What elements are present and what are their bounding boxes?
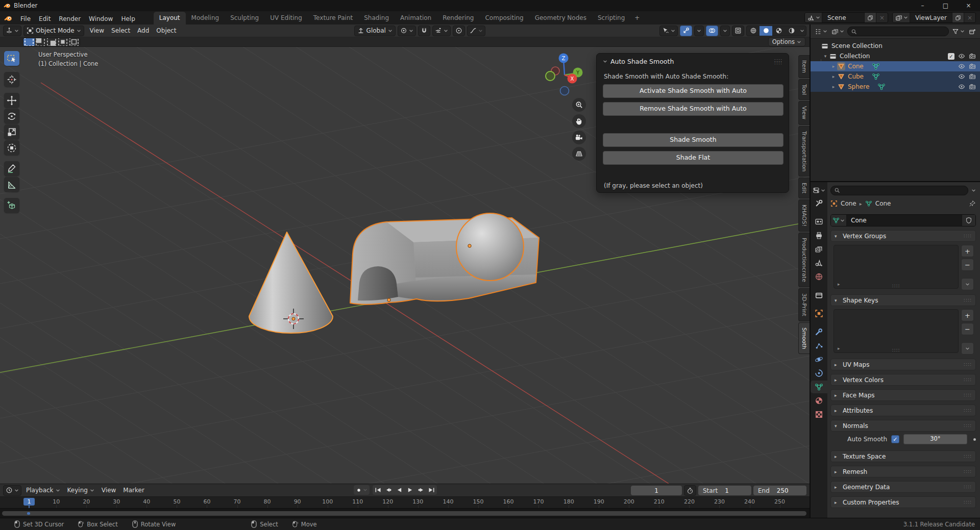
panel-header-geometry-data[interactable]: ▸Geometry Data:::: [830, 481, 976, 493]
sidebar-tab-edit[interactable]: Edit [798, 178, 810, 198]
drag-handle[interactable]: :::: [964, 409, 972, 412]
panel-header-face-maps[interactable]: ▸Face Maps:::: [830, 389, 976, 401]
tool-add-cube[interactable] [4, 198, 19, 213]
workspace-tab-sculpting[interactable]: Sculpting [225, 12, 264, 24]
expand-arrow-icon[interactable]: ▸ [830, 64, 837, 69]
workspace-tab-layout[interactable]: Layout [154, 12, 186, 24]
properties-tab-object[interactable] [811, 307, 827, 320]
panel-collapse-icon[interactable] [603, 59, 607, 64]
properties-tab-object-data[interactable] [811, 381, 827, 393]
drag-handle[interactable]: :::: [964, 235, 972, 237]
gizmos-toggle[interactable] [680, 26, 692, 36]
timeline-menu-keying[interactable]: Keying [64, 485, 98, 495]
navigation-gizmo[interactable]: Z Y X [540, 50, 589, 99]
expand-arrow-icon[interactable]: ▸ [830, 74, 837, 79]
panel-header-uv-maps[interactable]: ▸UV Maps:::: [830, 359, 976, 370]
properties-search-input[interactable] [830, 186, 968, 195]
sidebar-tab-khaos[interactable]: KHAOS! [798, 199, 810, 232]
scrollbar-thumb[interactable] [2, 511, 806, 516]
workspace-tab-uv-editing[interactable]: UV Editing [264, 12, 308, 24]
add-workspace-button[interactable]: + [630, 12, 644, 24]
properties-tab-tool[interactable] [811, 197, 827, 210]
viewport-menu-object[interactable]: Object [153, 26, 180, 36]
specials-dropdown[interactable] [961, 278, 974, 290]
remove-button[interactable]: − [961, 323, 974, 335]
close-button[interactable]: × [957, 0, 980, 11]
object-cone[interactable] [249, 232, 333, 333]
zoom-button[interactable] [572, 98, 586, 112]
remove-button[interactable]: − [961, 259, 974, 271]
select-mode-invert[interactable] [57, 38, 68, 46]
shading-material-button[interactable] [772, 26, 785, 36]
properties-tab-particles[interactable] [811, 339, 827, 352]
panel-header-shape-keys[interactable]: ▾Shape Keys:::: [830, 294, 976, 306]
timeline-menu-view[interactable]: View [98, 485, 119, 495]
scene-name[interactable]: Scene [822, 14, 864, 21]
play-reverse-button[interactable] [394, 485, 405, 495]
drag-handle[interactable]: :::: [964, 299, 972, 301]
timeline-ruler[interactable]: 1 10203040506070809010011012013014015016… [0, 496, 810, 509]
timeline-menu-marker[interactable]: Marker [119, 485, 148, 495]
tool-select-box[interactable] [4, 51, 19, 66]
gizmos-dropdown[interactable] [694, 26, 704, 36]
sidebar-tab-transportation[interactable]: Transportation [798, 126, 810, 176]
expand-arrow-icon[interactable]: ▸ [838, 346, 840, 351]
disable-render-camera-icon[interactable] [969, 83, 976, 90]
properties-tab-scene[interactable] [811, 257, 827, 269]
panel-header-vertex-colors[interactable]: ▸Vertex Colors:::: [830, 374, 976, 386]
minimize-button[interactable]: – [911, 0, 934, 11]
properties-tab-material[interactable] [811, 394, 827, 407]
mode-dropdown[interactable]: Object Mode [23, 26, 84, 36]
auto-smooth-checkbox[interactable]: ✓ [891, 435, 899, 443]
specials-dropdown[interactable] [961, 342, 974, 355]
breadcrumb-object[interactable]: Cone [841, 200, 856, 207]
outliner-filter-button[interactable] [951, 27, 966, 36]
expand-arrow-icon[interactable]: ▸ [830, 84, 837, 89]
datablock-name-field[interactable]: Cone [847, 215, 962, 226]
scene-unlink-button[interactable]: × [876, 13, 888, 22]
proportional-edit-toggle[interactable] [453, 26, 465, 36]
workspace-tab-compositing[interactable]: Compositing [479, 12, 529, 24]
hide-eye-icon[interactable] [958, 83, 965, 90]
gizmo-neg-z[interactable] [560, 87, 569, 95]
outliner-row-cone[interactable]: ▸Cone [811, 61, 980, 71]
vertex-groups-list[interactable]: ▸ :::: [834, 245, 959, 289]
drag-handle[interactable]: :::: [964, 455, 972, 458]
keyframe-dot[interactable] [973, 438, 976, 441]
breadcrumb-data[interactable]: Cone [875, 200, 891, 207]
tool-transform[interactable] [4, 140, 19, 155]
workspace-tab-modeling[interactable]: Modeling [186, 12, 225, 24]
button-remove-shade-smooth-with-auto[interactable]: Remove Shade Smooth with Auto [603, 102, 783, 116]
menu-edit[interactable]: Edit [35, 13, 55, 24]
jump-start-button[interactable] [373, 485, 383, 495]
sidebar-tab-3d-print[interactable]: 3D-Print [798, 288, 810, 321]
panel-header-normals[interactable]: ▾Normals:::: [830, 420, 976, 432]
workspace-tab-shading[interactable]: Shading [358, 12, 395, 24]
tool-annotate[interactable] [4, 161, 19, 176]
drag-handle[interactable]: :::: [964, 486, 972, 488]
overlays-toggle[interactable] [706, 26, 718, 36]
panel-header-custom-properties[interactable]: ▸Custom Properties:::: [830, 496, 976, 508]
tool-move[interactable] [4, 93, 19, 108]
select-mode-intersect[interactable] [68, 38, 80, 46]
disable-render-camera-icon[interactable] [969, 73, 976, 80]
drag-handle[interactable]: :::::::: [774, 59, 782, 64]
chevron-down-icon[interactable] [971, 188, 976, 193]
outliner-row-scene-collection[interactable]: Scene Collection [811, 41, 980, 51]
viewlayer-copy-button[interactable] [952, 13, 964, 22]
properties-tab-texture[interactable] [811, 408, 827, 421]
auto-keyframe-stopwatch-button[interactable] [684, 485, 696, 496]
properties-tab-render[interactable] [811, 215, 827, 228]
outliner-display-mode-button[interactable] [814, 27, 828, 36]
viewlayer-name[interactable]: ViewLayer [910, 14, 952, 21]
workspace-tab-scripting[interactable]: Scripting [592, 12, 630, 24]
disable-render-camera-icon[interactable] [969, 63, 976, 70]
tool-scale[interactable] [4, 124, 19, 139]
camera-view-button[interactable] [572, 131, 586, 144]
resize-handle[interactable]: :::: [892, 349, 900, 351]
button-shade-flat[interactable]: Shade Flat [603, 151, 783, 165]
disable-render-camera-icon[interactable] [969, 53, 976, 60]
overlays-dropdown[interactable] [720, 26, 730, 36]
pan-button[interactable] [572, 114, 586, 128]
maximize-button[interactable]: □ [934, 0, 957, 11]
